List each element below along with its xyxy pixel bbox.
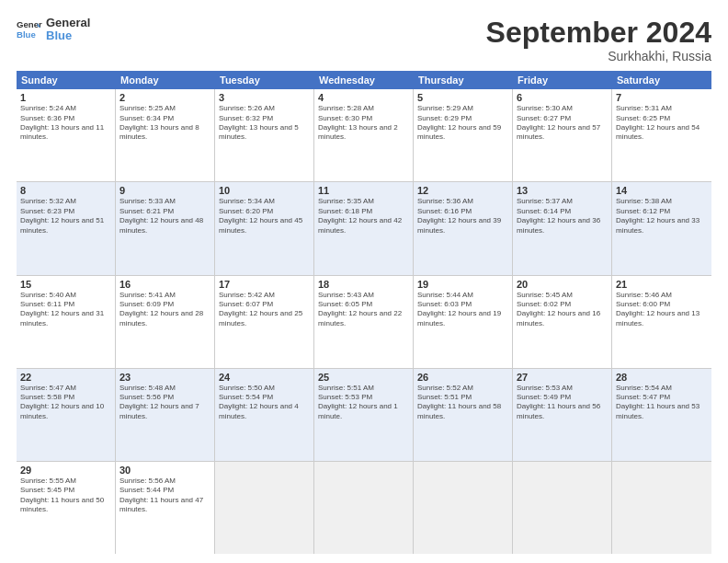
day-16: 16 Sunrise: 5:41 AMSunset: 6:09 PMDaylig… [116, 276, 215, 368]
day-30: 30 Sunrise: 5:56 AMSunset: 5:44 PMDaylig… [116, 462, 215, 554]
logo-icon: General Blue [17, 17, 42, 42]
day-29: 29 Sunrise: 5:55 AMSunset: 5:45 PMDaylig… [17, 462, 116, 554]
week-row-1: 1 Sunrise: 5:24 AMSunset: 6:36 PMDayligh… [17, 89, 711, 182]
header-sunday: Sunday [17, 71, 116, 89]
day-13: 13 Sunrise: 5:37 AMSunset: 6:14 PMDaylig… [513, 182, 612, 274]
day-empty-3 [414, 462, 513, 554]
calendar-header: Sunday Monday Tuesday Wednesday Thursday… [17, 71, 711, 89]
day-19: 19 Sunrise: 5:44 AMSunset: 6:03 PMDaylig… [414, 276, 513, 368]
logo-text-general: General [46, 17, 90, 29]
day-empty-5 [612, 462, 711, 554]
day-8: 8 Sunrise: 5:32 AMSunset: 6:23 PMDayligh… [17, 182, 116, 274]
calendar: Sunday Monday Tuesday Wednesday Thursday… [17, 71, 711, 554]
calendar-body: 1 Sunrise: 5:24 AMSunset: 6:36 PMDayligh… [17, 89, 711, 554]
location: Surkhakhi, Russia [486, 49, 711, 63]
logo-text-blue: Blue [46, 29, 90, 42]
day-empty-4 [513, 462, 612, 554]
header: General Blue General Blue September 2024… [17, 17, 711, 63]
title-block: September 2024 Surkhakhi, Russia [486, 17, 711, 63]
day-1: 1 Sunrise: 5:24 AMSunset: 6:36 PMDayligh… [17, 89, 116, 181]
day-12: 12 Sunrise: 5:36 AMSunset: 6:16 PMDaylig… [414, 182, 513, 274]
day-2: 2 Sunrise: 5:25 AMSunset: 6:34 PMDayligh… [116, 89, 215, 181]
week-row-3: 15 Sunrise: 5:40 AMSunset: 6:11 PMDaylig… [17, 276, 711, 369]
day-25: 25 Sunrise: 5:51 AMSunset: 5:53 PMDaylig… [314, 369, 414, 461]
day-4: 4 Sunrise: 5:28 AMSunset: 6:30 PMDayligh… [314, 89, 414, 181]
header-thursday: Thursday [414, 71, 513, 89]
day-26: 26 Sunrise: 5:52 AMSunset: 5:51 PMDaylig… [414, 369, 513, 461]
day-3: 3 Sunrise: 5:26 AMSunset: 6:32 PMDayligh… [215, 89, 314, 181]
day-18: 18 Sunrise: 5:43 AMSunset: 6:05 PMDaylig… [314, 276, 414, 368]
svg-text:Blue: Blue [17, 29, 36, 40]
header-wednesday: Wednesday [314, 71, 414, 89]
day-28: 28 Sunrise: 5:54 AMSunset: 5:47 PMDaylig… [612, 369, 711, 461]
day-23: 23 Sunrise: 5:48 AMSunset: 5:56 PMDaylig… [116, 369, 215, 461]
day-14: 14 Sunrise: 5:38 AMSunset: 6:12 PMDaylig… [612, 182, 711, 274]
week-row-2: 8 Sunrise: 5:32 AMSunset: 6:23 PMDayligh… [17, 182, 711, 275]
week-row-5: 29 Sunrise: 5:55 AMSunset: 5:45 PMDaylig… [17, 462, 711, 554]
day-22: 22 Sunrise: 5:47 AMSunset: 5:58 PMDaylig… [17, 369, 116, 461]
header-saturday: Saturday [612, 71, 711, 89]
day-9: 9 Sunrise: 5:33 AMSunset: 6:21 PMDayligh… [116, 182, 215, 274]
day-6: 6 Sunrise: 5:30 AMSunset: 6:27 PMDayligh… [513, 89, 612, 181]
day-15: 15 Sunrise: 5:40 AMSunset: 6:11 PMDaylig… [17, 276, 116, 368]
day-27: 27 Sunrise: 5:53 AMSunset: 5:49 PMDaylig… [513, 369, 612, 461]
day-5: 5 Sunrise: 5:29 AMSunset: 6:29 PMDayligh… [414, 89, 513, 181]
day-empty-1 [215, 462, 314, 554]
day-17: 17 Sunrise: 5:42 AMSunset: 6:07 PMDaylig… [215, 276, 314, 368]
day-empty-2 [314, 462, 414, 554]
header-tuesday: Tuesday [215, 71, 314, 89]
day-7: 7 Sunrise: 5:31 AMSunset: 6:25 PMDayligh… [612, 89, 711, 181]
month-title: September 2024 [486, 17, 711, 49]
header-monday: Monday [116, 71, 215, 89]
day-21: 21 Sunrise: 5:46 AMSunset: 6:00 PMDaylig… [612, 276, 711, 368]
calendar-page: General Blue General Blue September 2024… [0, 0, 728, 563]
header-friday: Friday [513, 71, 612, 89]
week-row-4: 22 Sunrise: 5:47 AMSunset: 5:58 PMDaylig… [17, 369, 711, 462]
day-24: 24 Sunrise: 5:50 AMSunset: 5:54 PMDaylig… [215, 369, 314, 461]
logo: General Blue General Blue [17, 17, 90, 43]
day-20: 20 Sunrise: 5:45 AMSunset: 6:02 PMDaylig… [513, 276, 612, 368]
day-10: 10 Sunrise: 5:34 AMSunset: 6:20 PMDaylig… [215, 182, 314, 274]
day-11: 11 Sunrise: 5:35 AMSunset: 6:18 PMDaylig… [314, 182, 414, 274]
